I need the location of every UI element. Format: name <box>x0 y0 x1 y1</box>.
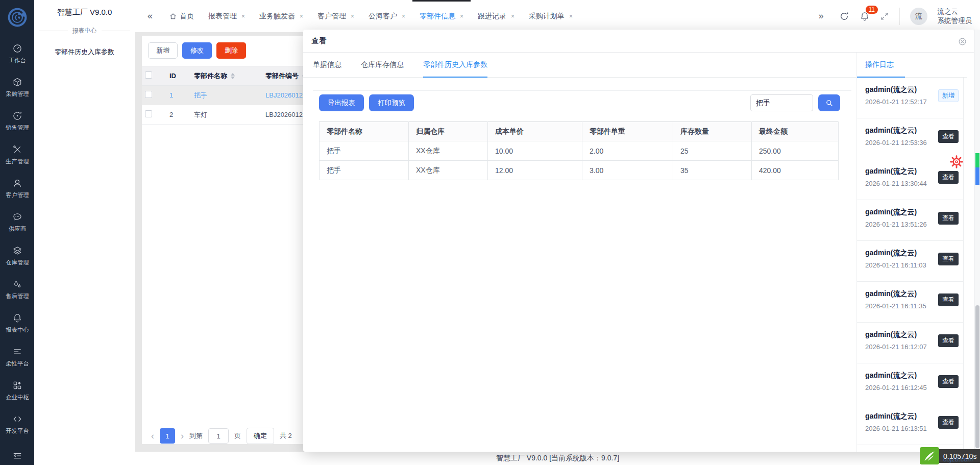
code-icon <box>12 414 22 424</box>
total-count: 共 2 <box>280 431 292 440</box>
cell-id: 1 <box>166 86 191 105</box>
topbar-right-cluster: 11 流 流之云 系统管理员 <box>813 7 972 25</box>
rail-item-customers[interactable]: 客户管理 <box>0 172 34 206</box>
next-page-icon[interactable] <box>181 431 184 440</box>
log-action-badge[interactable]: 查看 <box>938 130 959 143</box>
tab-customer-management[interactable]: 客户管理 <box>310 0 361 32</box>
prev-page-icon[interactable] <box>151 431 154 440</box>
notifications-bell[interactable]: 11 <box>860 11 870 21</box>
tab-close-icon[interactable] <box>300 13 303 20</box>
col-part-name: 零部件名称 <box>320 122 409 141</box>
log-action-badge[interactable]: 查看 <box>938 334 959 347</box>
settings-gear-icon[interactable] <box>949 155 964 169</box>
rail-item-workbench[interactable]: 工作台 <box>0 37 34 71</box>
log-action-badge[interactable]: 查看 <box>938 375 959 388</box>
scroll-tabs-left-icon[interactable] <box>142 11 158 21</box>
search-button[interactable] <box>818 94 840 111</box>
edit-button[interactable]: 修改 <box>182 42 212 59</box>
tab-public-customers[interactable]: 公海客户 <box>361 0 412 32</box>
tab-part-info[interactable]: 零部件信息 <box>412 0 471 32</box>
col-final-amount: 最终金额 <box>752 122 839 141</box>
log-entry: gadmin(流之云) 2026-01-21 16:13:51 查看 <box>857 404 963 445</box>
goto-page-input[interactable] <box>208 428 229 444</box>
app-root: 工作台 采购管理 销售管理 生产管理 客户管理 供应商 <box>0 0 980 465</box>
tab-followup-records[interactable]: 跟进记录 <box>471 0 522 32</box>
rail-item-label: 柔性平台 <box>6 359 29 368</box>
scrollbar-thumb[interactable] <box>975 305 979 448</box>
operation-log-panel: 操作日志 gadmin(流之云) 2026-01-21 12:52:17 新增 … <box>856 53 967 452</box>
rail-item-aftersales[interactable]: 售后管理 <box>0 273 34 307</box>
select-all-checkbox[interactable] <box>145 71 152 79</box>
rail-item-label: 仓库管理 <box>6 258 29 266</box>
rail-item-purchasing[interactable]: 采购管理 <box>0 71 34 105</box>
refresh-icon[interactable] <box>839 11 849 21</box>
row-checkbox[interactable] <box>145 91 152 98</box>
rail-item-warehouse[interactable]: 仓库管理 <box>0 239 34 273</box>
modal-close-icon[interactable] <box>958 37 967 46</box>
goto-confirm-button[interactable]: 确定 <box>247 428 274 444</box>
rail-item-sales[interactable]: 销售管理 <box>0 105 34 138</box>
tab-operation-log[interactable]: 操作日志 <box>865 53 905 77</box>
rail-item-reports[interactable]: 报表中心 <box>0 307 34 340</box>
rail-item-dev-platform[interactable]: 开发平台 <box>0 408 34 442</box>
log-action-badge[interactable]: 查看 <box>938 253 959 265</box>
tab-document-info[interactable]: 单据信息 <box>313 53 341 77</box>
tab-business-trigger[interactable]: 业务触发器 <box>252 0 310 32</box>
row-checkbox[interactable] <box>145 110 152 117</box>
tab-home[interactable]: 首页 <box>162 0 201 32</box>
rail-item-flex-platform[interactable]: 柔性平台 <box>0 340 34 374</box>
current-page-button[interactable]: 1 <box>160 428 175 444</box>
tab-label: 公海客户 <box>369 12 397 21</box>
tab-close-icon[interactable] <box>511 13 514 20</box>
open-tabs: 首页 报表管理 业务触发器 客户管理 公海客户 零部件信息 跟进记录 采购计划单 <box>162 0 580 32</box>
rail-item-production[interactable]: 生产管理 <box>0 138 34 172</box>
divider-line <box>102 31 131 31</box>
delete-button[interactable]: 删除 <box>216 42 246 59</box>
log-action-badge[interactable]: 查看 <box>938 293 959 306</box>
tab-close-icon[interactable] <box>351 13 354 20</box>
tab-warehouse-stock-info[interactable]: 仓库库存信息 <box>361 53 404 77</box>
app-logo[interactable] <box>0 0 34 34</box>
sync-icon <box>12 111 22 121</box>
col-unit-weight: 零部件单重 <box>582 122 673 141</box>
rail-item-enterprise-hub[interactable]: 企业中枢 <box>0 374 34 408</box>
sidebar-collapse-button[interactable] <box>0 451 34 461</box>
log-action-badge[interactable]: 查看 <box>938 416 959 429</box>
tab-close-icon[interactable] <box>402 13 405 20</box>
cell-part-name: 把手 <box>320 161 409 180</box>
user-icon <box>12 178 22 188</box>
rail-item-label: 供应商 <box>8 225 26 233</box>
page-scrollbar[interactable] <box>974 30 980 452</box>
fullscreen-icon[interactable] <box>880 12 889 21</box>
avatar[interactable]: 流 <box>910 8 927 25</box>
log-action-badge[interactable]: 新增 <box>938 89 959 102</box>
log-action-badge[interactable]: 查看 <box>938 171 959 184</box>
print-preview-button[interactable]: 打印预览 <box>369 94 414 111</box>
sidebar-item-part-history-params[interactable]: 零部件历史入库参数 <box>34 47 135 57</box>
log-entry: gadmin(流之云) 2026-01-21 13:30:44 查看 <box>857 159 963 200</box>
log-action-badge[interactable]: 查看 <box>938 212 959 225</box>
cell-name[interactable]: 把手 <box>191 86 262 105</box>
sort-caret-icon[interactable] <box>231 73 235 79</box>
log-entry: gadmin(流之云) 2026-01-21 16:11:35 查看 <box>857 282 963 323</box>
rail-item-suppliers[interactable]: 供应商 <box>0 206 34 239</box>
rail-item-label: 生产管理 <box>6 157 29 165</box>
cell-stock-qty: 35 <box>673 161 752 180</box>
tab-close-icon[interactable] <box>460 13 463 20</box>
tab-report-management[interactable]: 报表管理 <box>201 0 252 32</box>
tab-purchase-plan[interactable]: 采购计划单 <box>522 0 580 32</box>
tab-close-icon[interactable] <box>241 13 245 20</box>
user-menu[interactable]: 流之云 系统管理员 <box>938 7 972 25</box>
log-list[interactable]: gadmin(流之云) 2026-01-21 12:52:17 新增 gadmi… <box>857 78 964 452</box>
watermark-text: cojz8.com <box>943 455 973 463</box>
export-report-button[interactable]: 导出报表 <box>319 94 364 111</box>
table-row: 把手 XX仓库 12.00 3.00 35 420.00 <box>320 161 839 180</box>
search-input[interactable] <box>750 94 813 111</box>
app-title: 智慧工厂 V9.0.0 <box>34 0 135 17</box>
column-header-name[interactable]: 零部件名称 <box>191 66 262 86</box>
scroll-tabs-right-icon[interactable] <box>813 11 828 21</box>
tab-close-icon[interactable] <box>569 13 573 20</box>
add-button[interactable]: 新增 <box>148 42 178 59</box>
tab-part-history-inbound-params[interactable]: 零部件历史入库参数 <box>423 53 487 77</box>
tab-label: 客户管理 <box>317 12 346 21</box>
